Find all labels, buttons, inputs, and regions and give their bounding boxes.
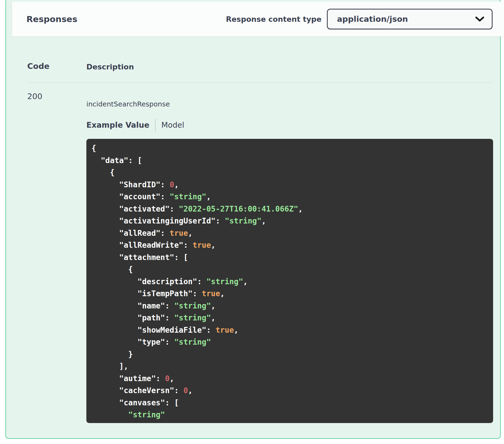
- code-line: "activated": "2022-05-27T16:00:41.066Z",: [92, 203, 488, 215]
- code-line: "allRead": true,: [92, 227, 488, 240]
- response-status-code: 200: [27, 92, 42, 101]
- code-line: "path": "string",: [92, 312, 488, 324]
- code-line: "canvases": [: [92, 397, 488, 409]
- tab-model[interactable]: Model: [161, 118, 184, 132]
- code-line: "string": [92, 409, 488, 421]
- code-line: {: [92, 264, 488, 276]
- table-header-code: Code: [27, 62, 50, 71]
- code-line: "description": "string",: [92, 276, 488, 288]
- tab-divider: [155, 119, 156, 131]
- code-line: "showMediaFile": true,: [92, 324, 488, 336]
- code-line: {: [92, 142, 488, 155]
- code-line: "data": [: [92, 155, 488, 167]
- code-line: "type": "string": [92, 336, 488, 348]
- response-content-type-select[interactable]: application/json: [327, 9, 493, 29]
- response-content-type-label: Response content type: [226, 15, 321, 23]
- table-header-description: Description: [86, 63, 134, 71]
- code-block-content: { "data": [ { "ShardID": 0, "account": "…: [92, 142, 488, 421]
- response-description: incidentSearchResponse: [86, 100, 170, 108]
- example-value-code-block: { "data": [ { "ShardID": 0, "account": "…: [86, 139, 493, 423]
- code-line: {: [92, 167, 488, 179]
- example-model-tabs: Example Value Model: [86, 118, 184, 132]
- response-content-type-select-wrap: application/json: [327, 9, 493, 29]
- code-line: "attachment": [: [92, 252, 488, 264]
- code-line: "name": "string",: [92, 300, 488, 312]
- table-header-divider: [27, 82, 493, 83]
- code-line: "isTempPath": true,: [92, 288, 488, 300]
- code-line: ],: [92, 360, 488, 373]
- responses-panel: Responses Response content type applicat…: [5, 0, 501, 439]
- code-line: "activatingingUserId": "string",: [92, 215, 488, 227]
- code-line: "autime": 0,: [92, 373, 488, 385]
- responses-section-header: Responses Response content type applicat…: [12, 2, 504, 36]
- code-line: "cacheVersn": 0,: [92, 385, 488, 397]
- code-line: "account": "string",: [92, 191, 488, 203]
- code-line: "allReadWrite": true,: [92, 239, 488, 252]
- tab-example-value[interactable]: Example Value: [86, 118, 149, 132]
- code-line: }: [92, 348, 488, 361]
- page-title: Responses: [26, 14, 77, 24]
- code-line: "ShardID": 0,: [92, 179, 488, 191]
